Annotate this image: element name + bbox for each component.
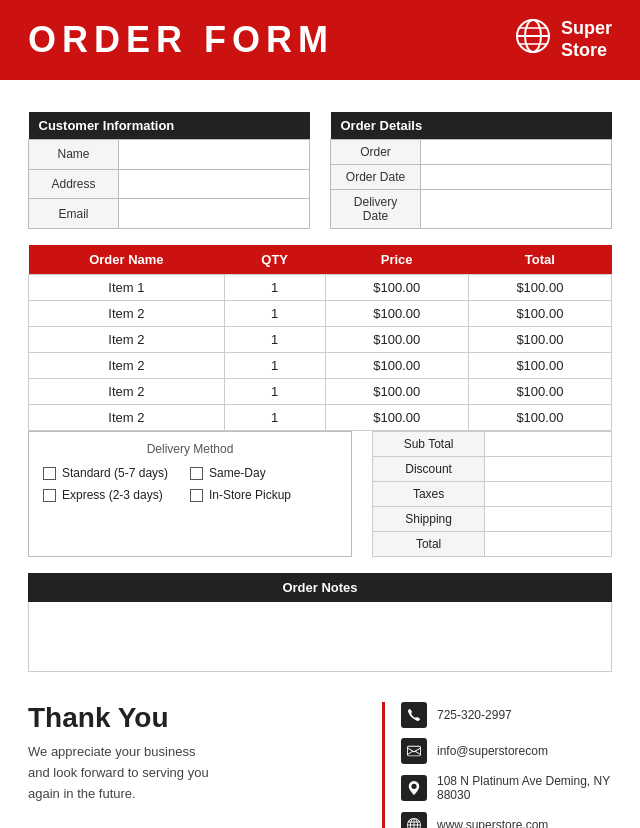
item-price: $100.00 [325, 301, 468, 327]
address-icon [401, 775, 427, 801]
delivery-option[interactable]: In-Store Pickup [190, 488, 337, 502]
order-number-row: Order [331, 140, 612, 165]
checkbox[interactable] [190, 489, 203, 502]
delivery-title: Delivery Method [43, 442, 337, 456]
delivery-date-row: Delivery Date [331, 190, 612, 229]
address-value[interactable] [119, 169, 310, 199]
delivery-options: Standard (5-7 days)Same-DayExpress (2-3 … [43, 466, 337, 502]
item-price: $100.00 [325, 275, 468, 301]
total-value[interactable] [485, 532, 612, 557]
customer-info-header: Customer Information [29, 112, 310, 140]
name-label: Name [29, 140, 119, 170]
table-row: Item 2 1 $100.00 $100.00 [29, 379, 612, 405]
item-name: Item 1 [29, 275, 225, 301]
order-date-row: Order Date [331, 165, 612, 190]
item-name: Item 2 [29, 327, 225, 353]
item-total: $100.00 [468, 405, 611, 431]
delivery-date-label: Delivery Date [331, 190, 421, 229]
brand-name: SuperStore [561, 18, 612, 61]
customer-name-row: Name [29, 140, 310, 170]
table-row: Item 2 1 $100.00 $100.00 [29, 327, 612, 353]
item-price: $100.00 [325, 405, 468, 431]
address-label: Address [29, 169, 119, 199]
brand-area: SuperStore [515, 18, 612, 62]
order-notes-header: Order Notes [28, 573, 612, 602]
item-total: $100.00 [468, 353, 611, 379]
item-price: $100.00 [325, 379, 468, 405]
order-notes-body[interactable] [28, 602, 612, 672]
footer-contact-website: www.superstore.com [401, 812, 612, 828]
footer-left: Thank You We appreciate your businessand… [28, 702, 362, 804]
email-value[interactable] [119, 199, 310, 229]
total-value[interactable] [485, 482, 612, 507]
order-details-table: Order Details Order Order Date Delivery … [330, 112, 612, 229]
item-qty: 1 [224, 353, 325, 379]
item-qty: 1 [224, 301, 325, 327]
delivery-option[interactable]: Same-Day [190, 466, 337, 480]
delivery-option-label: Standard (5-7 days) [62, 466, 168, 480]
order-items-table: Order Name QTY Price Total Item 1 1 $100… [28, 245, 612, 431]
contact-value: info@superstorecom [437, 744, 548, 758]
page-footer: Thank You We appreciate your businessand… [0, 684, 640, 828]
item-name: Item 2 [29, 353, 225, 379]
col-total: Total [468, 245, 611, 275]
delivery-option-label: Same-Day [209, 466, 266, 480]
total-value[interactable] [485, 507, 612, 532]
delivery-option-label: Express (2-3 days) [62, 488, 163, 502]
delivery-option-label: In-Store Pickup [209, 488, 291, 502]
footer-right: 725-320-2997 info@superstorecom 108 N Pl… [382, 702, 612, 828]
name-value[interactable] [119, 140, 310, 170]
total-label: Shipping [373, 507, 485, 532]
footer-contact-email: info@superstorecom [401, 738, 612, 764]
item-name: Item 2 [29, 405, 225, 431]
checkbox[interactable] [43, 467, 56, 480]
delivery-option[interactable]: Standard (5-7 days) [43, 466, 190, 480]
footer-contact-address: 108 N Platinum Ave Deming, NY 88030 [401, 774, 612, 802]
contact-value: 108 N Platinum Ave Deming, NY 88030 [437, 774, 612, 802]
col-price: Price [325, 245, 468, 275]
total-label: Sub Total [373, 432, 485, 457]
contact-value: www.superstore.com [437, 818, 548, 828]
order-date-value[interactable] [421, 165, 612, 190]
col-qty: QTY [224, 245, 325, 275]
total-value[interactable] [485, 432, 612, 457]
lower-section: Delivery Method Standard (5-7 days)Same-… [28, 431, 612, 557]
total-value[interactable] [485, 457, 612, 482]
delivery-option[interactable]: Express (2-3 days) [43, 488, 190, 502]
website-icon [401, 812, 427, 828]
globe-icon [515, 18, 551, 62]
delivery-date-value[interactable] [421, 190, 612, 229]
item-name: Item 2 [29, 379, 225, 405]
order-value[interactable] [421, 140, 612, 165]
item-price: $100.00 [325, 327, 468, 353]
item-qty: 1 [224, 405, 325, 431]
customer-address-row: Address [29, 169, 310, 199]
totals-row: Total [373, 532, 612, 557]
footer-message: We appreciate your businessand look forw… [28, 742, 362, 804]
order-date-label: Order Date [331, 165, 421, 190]
customer-email-row: Email [29, 199, 310, 229]
total-label: Taxes [373, 482, 485, 507]
table-row: Item 1 1 $100.00 $100.00 [29, 275, 612, 301]
col-order-name: Order Name [29, 245, 225, 275]
item-total: $100.00 [468, 275, 611, 301]
total-label: Discount [373, 457, 485, 482]
item-price: $100.00 [325, 353, 468, 379]
total-label: Total [373, 532, 485, 557]
order-label: Order [331, 140, 421, 165]
info-row: Customer Information Name Address Email [28, 112, 612, 229]
totals-table: Sub Total Discount Taxes Shipping Total [372, 431, 612, 557]
footer-contact-phone: 725-320-2997 [401, 702, 612, 728]
email-icon [401, 738, 427, 764]
totals-row: Shipping [373, 507, 612, 532]
customer-info-table: Customer Information Name Address Email [28, 112, 310, 229]
totals-row: Taxes [373, 482, 612, 507]
page-header: ORDER FORM SuperStore [0, 0, 640, 80]
checkbox[interactable] [190, 467, 203, 480]
checkbox[interactable] [43, 489, 56, 502]
table-row: Item 2 1 $100.00 $100.00 [29, 353, 612, 379]
main-content: Customer Information Name Address Email [0, 80, 640, 684]
email-label: Email [29, 199, 119, 229]
item-total: $100.00 [468, 327, 611, 353]
totals-row: Discount [373, 457, 612, 482]
